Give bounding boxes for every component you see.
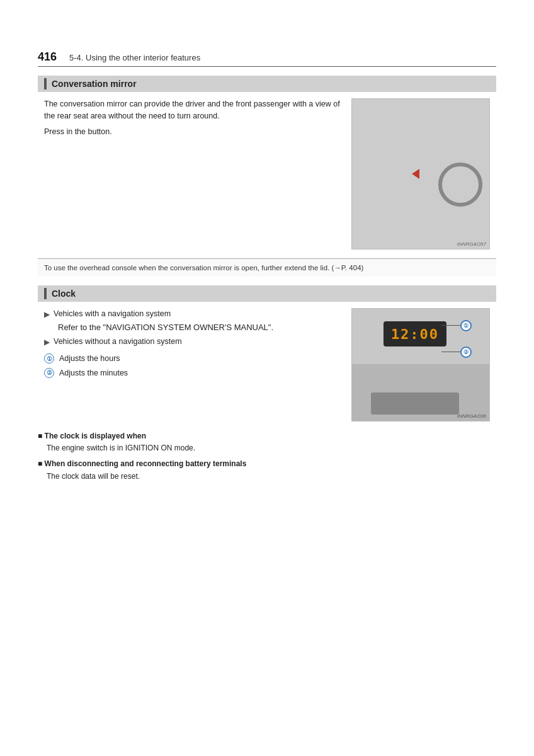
clock-text-col: ▶ Vehicles with a navigation system Refe… xyxy=(44,308,341,421)
header: 416 5-4. Using the other interior featur… xyxy=(38,50,496,67)
page: 416 5-4. Using the other interior featur… xyxy=(0,0,534,756)
clock-nav-refer: Refer to the "NAVIGATION SYSTEM OWNER'S … xyxy=(58,323,341,332)
clock-title: Clock xyxy=(52,289,76,299)
conversation-mirror-section: Conversation mirror The conversation mir… xyxy=(38,76,496,277)
clock-info-2-body: The clock data will be reset. xyxy=(47,471,496,483)
conversation-mirror-description: The conversation mirror can provide the … xyxy=(44,98,341,122)
clock-info-2: When disconnecting and reconnecting batt… xyxy=(38,458,496,482)
clock-nav-item: ▶ Vehicles with a navigation system xyxy=(44,308,341,320)
clock-info-1-label: The clock is displayed when xyxy=(38,432,146,440)
clock-info-section: The clock is displayed when The engine s… xyxy=(38,430,496,483)
mirror-steering-wheel xyxy=(438,163,482,207)
conversation-mirror-body: The conversation mirror can provide the … xyxy=(38,98,496,249)
conversation-mirror-image: INNRGAO57 xyxy=(351,98,490,249)
clock-image: 12:00 ① ② INNRGAO36 xyxy=(351,308,490,421)
clock-callout-line-2 xyxy=(441,352,460,352)
conversation-mirror-note: To use the overhead console when the con… xyxy=(38,258,496,277)
clock-item-1-text: Adjusts the hours xyxy=(59,353,120,365)
clock-no-nav-item: ▶ Vehicles without a navigation system xyxy=(44,336,341,348)
clock-num-1: ① xyxy=(44,353,54,364)
clock-header: Clock xyxy=(38,285,496,302)
clock-info-1: The clock is displayed when The engine s… xyxy=(38,430,496,454)
conversation-mirror-note-text: To use the overhead console when the con… xyxy=(44,264,363,272)
clock-bottom-dashboard xyxy=(352,364,489,421)
clock-content: ▶ Vehicles with a navigation system Refe… xyxy=(44,308,490,421)
page-number: 416 xyxy=(38,50,57,64)
header-title: 5-4. Using the other interior features xyxy=(69,53,200,62)
clock-button-2: ② xyxy=(460,346,472,358)
clock-item-1: ① Adjusts the hours xyxy=(44,353,341,365)
clock-info-2-label: When disconnecting and reconnecting batt… xyxy=(38,459,246,468)
clock-no-nav-label: Vehicles without a navigation system xyxy=(54,336,182,348)
mirror-top-panels xyxy=(412,139,422,209)
clock-image-col: 12:00 ① ② INNRGAO36 xyxy=(351,308,490,421)
clock-info-1-body: The engine switch is in IGNITION ON mode… xyxy=(47,442,496,454)
conversation-mirror-image-col: INNRGAO57 xyxy=(351,98,490,249)
clock-num-2: ② xyxy=(44,368,54,378)
conversation-mirror-title: Conversation mirror xyxy=(52,79,137,89)
conversation-mirror-header: Conversation mirror xyxy=(38,76,496,92)
mirror-image-label: INNRGAO57 xyxy=(457,241,486,247)
clock-numbered-items: ① Adjusts the hours ② Adjusts the minute… xyxy=(44,353,341,379)
bullet-arrow-1: ▶ xyxy=(44,309,50,320)
bullet-arrow-2: ▶ xyxy=(44,336,50,348)
clock-nav-label: Vehicles with a navigation system xyxy=(54,308,171,320)
clock-button-1: ① xyxy=(460,320,472,331)
clock-body: ▶ Vehicles with a navigation system Refe… xyxy=(38,308,496,421)
clock-radio-unit xyxy=(371,392,459,415)
clock-time-display: 12:00 xyxy=(391,326,439,342)
clock-callout-line-1 xyxy=(441,325,460,326)
mirror-arrow-icon xyxy=(412,169,419,179)
conversation-mirror-instruction: Press in the button. xyxy=(44,126,341,138)
conversation-mirror-text: The conversation mirror can provide the … xyxy=(44,98,341,249)
clock-image-label: INNRGAO36 xyxy=(457,413,486,419)
clock-item-2-text: Adjusts the minutes xyxy=(59,367,128,379)
conversation-mirror-content: The conversation mirror can provide the … xyxy=(44,98,490,249)
clock-section: Clock ▶ Vehicles with a navigation syste… xyxy=(38,285,496,421)
clock-display-box: 12:00 xyxy=(383,321,446,346)
clock-item-2: ② Adjusts the minutes xyxy=(44,367,341,379)
